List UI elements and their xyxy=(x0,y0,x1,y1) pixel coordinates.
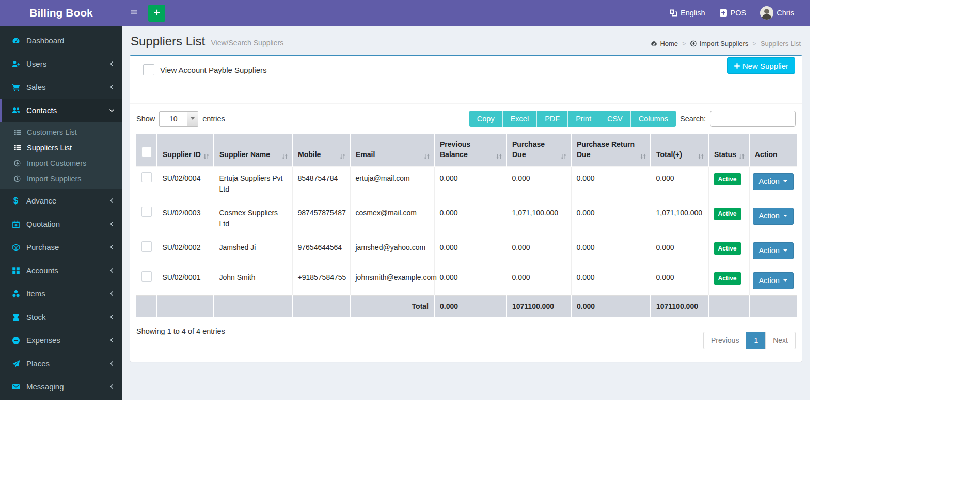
user-menu[interactable]: Chris xyxy=(760,6,794,20)
column-label: Previous Balance xyxy=(440,140,470,159)
pagination-previous[interactable]: Previous xyxy=(703,332,747,349)
view-account-payble-checkbox[interactable] xyxy=(143,64,154,75)
sidebar-item-sales[interactable]: Sales xyxy=(0,75,122,99)
sort-icon xyxy=(203,153,210,160)
search-input[interactable] xyxy=(710,111,796,127)
sidebar-item-contacts[interactable]: Contacts xyxy=(0,99,122,122)
language-menu[interactable]: English xyxy=(669,9,705,17)
brand-text: Billing Book xyxy=(29,7,93,19)
brand-logo[interactable]: Billing Book xyxy=(0,0,122,26)
chevron-left-icon xyxy=(109,314,115,320)
action-dropdown-button[interactable]: Action xyxy=(753,173,794,190)
pos-label: POS xyxy=(731,9,747,17)
cell-action: Action xyxy=(749,266,797,295)
chevron-left-icon xyxy=(109,244,115,250)
sidebar-item-import-suppliers[interactable]: Import Suppliers xyxy=(0,171,122,186)
users-icon xyxy=(11,106,21,115)
cell-mobile: 987457875487 xyxy=(292,201,350,236)
cube-icon xyxy=(11,243,21,252)
sidebar-toggle-button[interactable] xyxy=(122,0,145,26)
column-header-action[interactable]: Action xyxy=(749,134,797,166)
export-columns-button[interactable]: Columns xyxy=(631,111,676,127)
new-supplier-button[interactable]: New Supplier xyxy=(727,57,795,74)
cell-purchase-due: 0.000 xyxy=(507,236,571,266)
column-header-previous-balance[interactable]: Previous Balance xyxy=(434,134,507,166)
sidebar-item-places[interactable]: Places xyxy=(0,352,122,375)
new-supplier-label: New Supplier xyxy=(742,61,788,70)
sidebar-item-accounts[interactable]: Accounts xyxy=(0,259,122,282)
sidebar-item-messaging[interactable]: Messaging xyxy=(0,375,122,398)
sort-icon xyxy=(738,153,745,160)
sidebar-item-label: Accounts xyxy=(26,266,58,275)
avatar xyxy=(760,6,773,20)
export-pdf-button[interactable]: PDF xyxy=(537,111,568,127)
column-header-purchase-due[interactable]: Purchase Due xyxy=(507,134,571,166)
sidebar: DashboardUsersSalesContactsCustomers Lis… xyxy=(0,26,122,400)
row-checkbox[interactable] xyxy=(141,241,152,252)
sidebar-menu: DashboardUsersSalesContactsCustomers Lis… xyxy=(0,26,122,398)
cell-total: 0.000 xyxy=(651,166,708,201)
select-all-checkbox[interactable] xyxy=(141,147,152,157)
export-copy-button[interactable]: Copy xyxy=(469,111,503,127)
sidebar-item-import-customers[interactable]: Import Customers xyxy=(0,155,122,171)
app-window: Billing Book English POS Chris xyxy=(0,0,810,400)
sidebar-item-purchase[interactable]: Purchase xyxy=(0,236,122,259)
sidebar-item-label: Items xyxy=(26,289,45,298)
breadcrumb-separator: > xyxy=(752,40,756,48)
cell-supplier-id: SU/02/0001 xyxy=(157,266,214,295)
select-caret-icon xyxy=(187,112,198,126)
action-dropdown-button[interactable]: Action xyxy=(753,242,794,259)
pos-button[interactable]: POS xyxy=(719,9,747,17)
pagination-next[interactable]: Next xyxy=(765,332,796,349)
column-header-purchase-return-due[interactable]: Purchase Return Due xyxy=(571,134,651,166)
sidebar-item-expenses[interactable]: Expenses xyxy=(0,329,122,352)
sidebar-item-quotation[interactable]: Quotation xyxy=(0,212,122,236)
column-header-status[interactable]: Status xyxy=(708,134,749,166)
hamburger-icon xyxy=(130,8,138,18)
sidebar-subitem-label: Import Customers xyxy=(27,159,86,167)
pagination-page-1[interactable]: 1 xyxy=(746,332,766,349)
sidebar-item-label: Dashboard xyxy=(26,36,64,45)
sidebar-item-items[interactable]: Items xyxy=(0,282,122,305)
cell-purchase-return-due: 0.000 xyxy=(571,266,651,295)
footer-total-value: 1071100.000 xyxy=(651,295,708,317)
column-header-total[interactable]: Total(+) xyxy=(651,134,708,166)
column-header-supplier-name[interactable]: Supplier Name xyxy=(214,134,292,166)
row-select-cell xyxy=(136,201,157,236)
user-name: Chris xyxy=(777,9,794,17)
page-length-select[interactable]: 10 xyxy=(159,111,198,127)
row-checkbox[interactable] xyxy=(141,271,152,282)
breadcrumb-item-home[interactable]: Home xyxy=(651,40,678,48)
row-checkbox[interactable] xyxy=(141,207,152,217)
cell-email: johnsmith@example.com xyxy=(350,266,434,295)
status-badge: Active xyxy=(714,173,741,185)
breadcrumb-item-import-suppliers[interactable]: Import Suppliers xyxy=(690,40,749,48)
column-header-email[interactable]: Email xyxy=(350,134,434,166)
sidebar-item-suppliers-list[interactable]: Suppliers List xyxy=(0,140,122,155)
chevron-left-icon xyxy=(109,84,115,90)
chevron-left-icon xyxy=(109,268,115,273)
sidebar-item-stock[interactable]: Stock xyxy=(0,305,122,329)
sidebar-item-advance[interactable]: $Advance xyxy=(0,189,122,212)
cell-status: Active xyxy=(708,201,749,236)
row-checkbox[interactable] xyxy=(141,172,152,182)
action-dropdown-button[interactable]: Action xyxy=(753,208,794,225)
column-header-supplier-id[interactable]: Supplier ID xyxy=(157,134,214,166)
column-header-mobile[interactable]: Mobile xyxy=(292,134,350,166)
export-csv-button[interactable]: CSV xyxy=(599,111,631,127)
cell-mobile: 8548754784 xyxy=(292,166,350,201)
quick-add-button[interactable] xyxy=(148,5,165,22)
cell-supplier-id: SU/02/0003 xyxy=(157,201,214,236)
card-header: View Account Payble Suppliers New Suppli… xyxy=(130,56,802,104)
sidebar-item-users[interactable]: Users xyxy=(0,52,122,75)
cubes-icon xyxy=(11,290,21,298)
export-excel-button[interactable]: Excel xyxy=(503,111,537,127)
sidebar-item-customers-list[interactable]: Customers List xyxy=(0,124,122,140)
view-account-payble-filter[interactable]: View Account Payble Suppliers xyxy=(143,64,267,75)
export-print-button[interactable]: Print xyxy=(568,111,599,127)
action-dropdown-button[interactable]: Action xyxy=(753,272,794,289)
sort-icon xyxy=(698,153,704,160)
cell-action: Action xyxy=(749,236,797,266)
chevron-left-icon xyxy=(109,361,115,366)
sidebar-item-dashboard[interactable]: Dashboard xyxy=(0,29,122,52)
